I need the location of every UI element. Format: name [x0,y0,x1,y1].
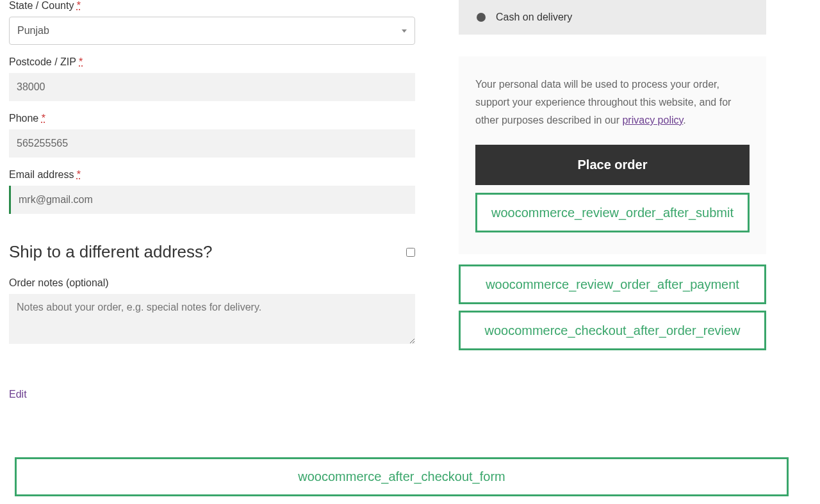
phone-label: Phone * [9,113,415,124]
payment-method-option[interactable]: Cash on delivery [477,12,748,23]
privacy-policy-link[interactable]: privacy policy [622,115,683,126]
payment-method-box: Cash on delivery [459,0,766,35]
privacy-text-pre: Your personal data will be used to proce… [475,79,731,126]
payment-method-label: Cash on delivery [496,12,572,23]
hook-after-order-review: woocommerce_checkout_after_order_review [459,311,766,350]
state-select[interactable]: Punjab [9,17,415,45]
hook-after-submit: woocommerce_review_order_after_submit [475,193,750,232]
place-order-button[interactable]: Place order [475,145,750,185]
hook-after-payment: woocommerce_review_order_after_payment [459,264,766,304]
privacy-text: Your personal data will be used to proce… [475,76,750,129]
email-label-text: Email address [9,169,74,180]
hook-after-checkout-form: woocommerce_after_checkout_form [15,457,789,496]
required-mark: * [42,113,45,124]
ship-different-checkbox[interactable] [406,248,415,257]
email-label: Email address * [9,169,415,181]
order-notes-textarea[interactable] [9,294,415,344]
postcode-label: Postcode / ZIP * [9,56,415,68]
required-mark: * [77,169,81,180]
email-input[interactable] [9,186,415,214]
phone-label-text: Phone [9,113,38,124]
order-notes-label: Order notes (optional) [9,277,415,289]
state-select-value: Punjab [17,25,402,37]
ship-different-heading: Ship to a different address? [9,242,213,262]
order-submit-box: Your personal data will be used to proce… [459,56,766,254]
radio-selected-icon [477,13,486,22]
state-label: State / County * [9,0,415,12]
edit-link[interactable]: Edit [9,389,27,400]
chevron-down-icon [402,29,407,33]
postcode-label-text: Postcode / ZIP [9,56,76,67]
required-mark: * [77,0,81,11]
phone-input[interactable] [9,129,415,158]
privacy-text-post: . [683,115,685,126]
state-label-text: State / County [9,0,74,11]
required-mark: * [79,56,83,67]
postcode-input[interactable] [9,73,415,101]
